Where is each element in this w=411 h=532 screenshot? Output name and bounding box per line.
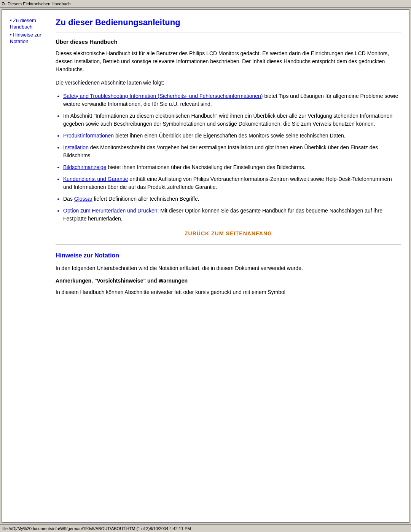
section-divider [56,244,401,244]
list-item-8: Option zum Herunterladen und Drucken: Mi… [63,207,401,223]
main-content: Zu dieser Bedienungsanleitung Über diese… [52,18,401,514]
link-bildschirm[interactable]: Bildschirmanzeige [63,164,107,170]
content-area: Zu diesem Handbuch Hinweise zur Notation… [2,10,409,522]
list-item-3: Produktinformationen bietet ihnen einen … [63,132,401,140]
link-glossar[interactable]: Glossar [74,196,92,202]
link-kundendienst[interactable]: Kundendienst und Garantie [63,176,128,182]
link-produktinfo[interactable]: Produktinformationen [63,133,114,139]
title-bar-text: Zu Diesem Elektronischen Handbuch [2,2,71,6]
back-to-top-link[interactable]: ZURÜCK ZUM SEITENANFANG [56,230,401,236]
section2-heading: Hinweise zur Notation [56,252,401,259]
status-bar-text: file:///D|/My%20documents/dfu/W9/german/… [2,526,191,531]
section2-last-para: In diesem Handbuch können Abschnitte ent… [56,288,401,296]
sidebar-item-notation[interactable]: Hinweise zur Notation [10,32,48,45]
link-download[interactable]: Option zum Herunterladen und Drucken [63,208,157,214]
section1-list: Safety and Troubleshooting Information (… [63,92,401,223]
link-installation[interactable]: Installation [63,144,89,150]
list-item-7: Das Glossar liefert Definitionen aller t… [63,195,401,203]
page-title: Zu dieser Bedienungsanleitung [56,18,401,27]
list-item-2: Im Abschnitt "Informationen zu diesem el… [63,112,401,128]
list-item-5: Bildschirmanzeige bietet ihnen Informati… [63,163,401,171]
list-item-6: Kundendienst und Garantie enthält eine A… [63,175,401,191]
section1-heading: Über dieses Handbuch [56,38,401,45]
link-safety[interactable]: Safety and Troubleshooting Information (… [63,93,263,99]
sidebar: Zu diesem Handbuch Hinweise zur Notation [10,18,52,514]
list-item-4: Installation des Monitorsbeschreibt das … [63,144,401,160]
section2-subheading: Anmerkungen, "Vorsichtshinweise" und War… [56,278,401,284]
top-divider [56,32,401,32]
section2-intro: In den folgenden Unterabschnitten wird d… [56,264,401,272]
section1-list-intro: Die verschiedenen Abschnitte lauten wie … [56,79,401,87]
list-item-1: Safety and Troubleshooting Information (… [63,92,401,108]
section1-intro: Dieses elektronische Handbuch ist für al… [56,50,401,73]
browser-window: Zu diesem Handbuch Hinweise zur Notation… [2,9,409,523]
sidebar-link-notation[interactable]: Hinweise zur Notation [10,32,41,44]
sidebar-link-handbook[interactable]: Zu diesem Handbuch [10,18,36,30]
sidebar-item-handbook[interactable]: Zu diesem Handbuch [10,18,48,30]
title-bar: Zu Diesem Elektronischen Handbuch [0,0,411,8]
status-bar: file:///D|/My%20documents/dfu/W9/german/… [0,524,411,532]
